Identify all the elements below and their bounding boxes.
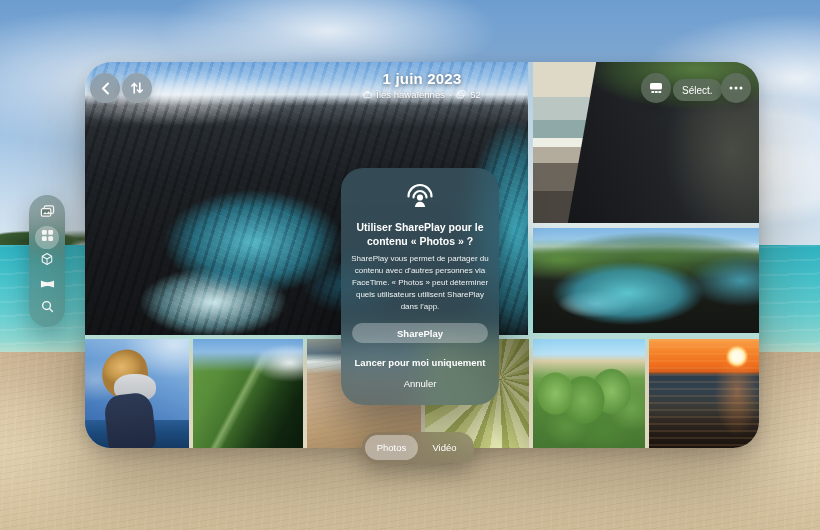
dialog-title: Utiliser SharePlay pour le contenu « Pho… [351,220,489,248]
back-icon [101,82,110,95]
vision-pro-environment: 1 juin 2023 Îles hawaïennes · 52 Sélect. [0,0,820,530]
sidebar-item-spatial[interactable] [35,249,59,273]
tab-photos-label: Photos [377,442,407,453]
sidebar-item-panoramas[interactable] [35,273,59,297]
photo-woman-on-cliff[interactable] [85,339,189,448]
photo-ocean-sunset[interactable] [649,339,759,448]
photo-black-rock-cove[interactable] [533,228,759,333]
media-type-switcher: Photos Vidéo [362,432,474,463]
panorama-icon [40,276,55,294]
more-button[interactable] [721,73,751,103]
sidebar-item-albums[interactable] [35,226,59,250]
photo-detail-jeans [103,391,156,448]
albums-grid-icon [41,228,54,246]
photo-green-cliffs[interactable] [193,339,303,448]
grid-view-button[interactable] [641,73,671,103]
sidebar-item-search[interactable] [35,296,59,320]
photos-stack-icon [40,204,55,223]
sidebar-item-photos[interactable] [35,202,59,226]
sidebar [29,195,65,327]
tab-photos[interactable]: Photos [365,435,418,460]
shareplay-dialog: Utiliser SharePlay pour le contenu « Pho… [341,168,499,405]
reorder-icon [130,81,144,95]
search-icon [41,299,54,317]
start-for-me-only-button[interactable]: Lancer pour moi uniquement [355,353,486,372]
photo-cactus-plants[interactable] [533,339,645,448]
shareplay-confirm-button[interactable]: SharePlay [352,323,488,343]
reorder-button[interactable] [122,73,152,103]
select-button-label: Sélect. [682,85,713,96]
spatial-cube-icon [40,252,54,270]
back-button[interactable] [90,73,120,103]
cancel-button[interactable]: Annuler [404,374,437,393]
grid-view-icon [649,82,663,94]
dialog-body: SharePlay vous permet de partager du con… [351,253,489,313]
more-icon [729,86,743,90]
select-button[interactable]: Sélect. [673,79,722,101]
tab-video-label: Vidéo [432,442,456,453]
shareplay-icon [403,182,437,212]
tab-video[interactable]: Vidéo [418,435,471,460]
